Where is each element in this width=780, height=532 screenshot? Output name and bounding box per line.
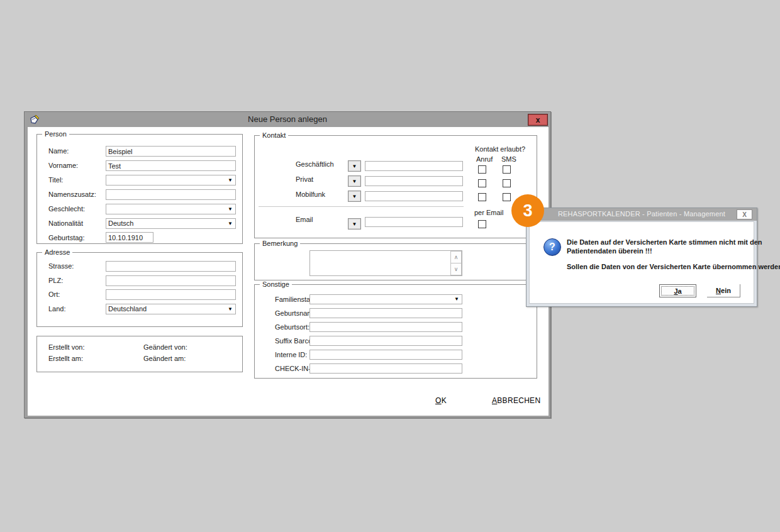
erstellt-von-label: Erstellt von:	[48, 343, 84, 351]
geburtsort-label: Geburtsort:	[275, 323, 309, 331]
scroll-up-icon[interactable]: ∧	[450, 251, 462, 263]
popup-message-line2: Patientendaten überein !!!	[567, 247, 652, 255]
audit-box: Erstellt von: Erstellt am: Geändert von:…	[36, 336, 243, 372]
close-icon[interactable]: x	[528, 114, 548, 126]
per-email-label: per Email	[474, 209, 503, 216]
kontakt-divider	[259, 206, 464, 207]
geaendert-am-label: Geändert am:	[143, 355, 186, 362]
chevron-down-icon: ▼	[454, 296, 459, 302]
titel-label: Titel:	[48, 176, 63, 184]
vorname-input[interactable]	[106, 160, 236, 171]
suffix-barcode-input[interactable]	[309, 336, 462, 346]
mobilfunk-type-dropdown[interactable]: ▼	[348, 191, 361, 202]
namenszusatz-input[interactable]	[106, 189, 236, 200]
nationalitaet-label: Nationalität	[48, 219, 83, 227]
popup-close-icon[interactable]: X	[737, 209, 752, 219]
ort-input[interactable]	[106, 289, 236, 300]
abbrechen-button[interactable]: ABBRECHEN	[492, 396, 540, 405]
interne-id-label: Interne ID:	[275, 351, 307, 358]
land-label: Land:	[48, 305, 66, 313]
sonstige-legend: Sonstige	[260, 280, 292, 288]
popup-message-line3: Sollen die Daten von der Versicherten Ka…	[567, 263, 780, 270]
chevron-down-icon: ▼	[352, 179, 357, 184]
step-3-badge: 3	[511, 194, 544, 227]
sonstige-group: Sonstige Familienstand: ▼ Geburtsname: G…	[254, 284, 537, 379]
anruf-mobilfunk-checkbox[interactable]	[478, 193, 486, 201]
kontakt-legend: Kontakt	[260, 131, 288, 139]
person-legend: Person	[42, 130, 69, 138]
strasse-input[interactable]	[106, 261, 236, 272]
adresse-legend: Adresse	[42, 248, 72, 256]
chevron-down-icon: ▼	[228, 177, 233, 183]
geschlecht-select[interactable]: ▼	[106, 204, 236, 214]
nein-rest: ein	[721, 287, 731, 294]
erstellt-am-label: Erstellt am:	[48, 355, 83, 362]
popup-titlebar[interactable]: REHASPORTKALENDER - Patienten - Manageme…	[526, 208, 757, 221]
geschlecht-label: Geschlecht:	[48, 205, 85, 213]
geaendert-von-label: Geändert von:	[143, 343, 187, 351]
privat-label: Privat	[296, 175, 313, 183]
question-icon: ?	[543, 238, 561, 256]
bemerkung-textarea[interactable]	[309, 250, 462, 276]
plz-input[interactable]	[106, 275, 236, 286]
ort-label: Ort:	[48, 291, 60, 298]
ok-accel: O	[435, 396, 442, 405]
popup-message-line1: Die Daten auf der Versicherten Karte sti…	[567, 238, 762, 246]
geschaeftlich-type-dropdown[interactable]: ▼	[348, 160, 361, 172]
person-group: Person Name: Vorname: Titel: ▼ Namenszus…	[36, 134, 243, 244]
geschaeftlich-input[interactable]	[365, 161, 463, 171]
ok-button[interactable]: OK	[435, 396, 447, 405]
versicherten-karte-dialog: REHASPORTKALENDER - Patienten - Manageme…	[526, 208, 757, 307]
interne-id-input[interactable]	[309, 350, 462, 360]
window-title: Neue Person anlegen	[25, 114, 550, 124]
plz-label: PLZ:	[48, 277, 63, 284]
vorname-label: Vorname:	[48, 162, 78, 169]
titel-select[interactable]: ▼	[106, 175, 236, 186]
adresse-group: Adresse Strasse: PLZ: Ort: Land: Deutsch…	[36, 252, 243, 327]
abbrechen-rest: BBRECHEN	[497, 396, 540, 405]
geschaeftlich-label: Geschäftlich	[296, 160, 334, 168]
popup-title: REHASPORTKALENDER - Patienten - Manageme…	[526, 210, 757, 218]
anruf-privat-checkbox[interactable]	[478, 179, 486, 187]
strasse-label: Strasse:	[48, 262, 74, 270]
bemerkung-legend: Bemerkung	[260, 240, 300, 247]
check-in-id-input[interactable]	[309, 363, 462, 374]
email-input[interactable]	[365, 217, 463, 227]
window-body: Person Name: Vorname: Titel: ▼ Namenszus…	[28, 127, 549, 416]
land-select[interactable]: Deutschland ▼	[106, 304, 236, 314]
kontakt-erlaubt-title: Kontakt erlaubt?	[475, 145, 525, 153]
chevron-down-icon: ▼	[228, 221, 233, 226]
sms-geschaeftlich-checkbox[interactable]	[503, 165, 511, 174]
familienstand-select[interactable]: ▼	[309, 294, 462, 304]
window-titlebar[interactable]: Neue Person anlegen x	[25, 112, 550, 127]
chevron-down-icon: ▼	[352, 194, 357, 199]
mobilfunk-input[interactable]	[365, 191, 463, 201]
geburtsname-input[interactable]	[309, 308, 462, 318]
nationalitaet-value: Deutsch	[108, 219, 133, 227]
land-value: Deutschland	[108, 305, 147, 313]
ja-rest: a	[678, 287, 682, 295]
privat-input[interactable]	[365, 176, 463, 186]
nein-accel: N	[716, 287, 721, 294]
email-type-dropdown[interactable]: ▼	[348, 218, 361, 230]
geburtstag-input[interactable]	[106, 232, 153, 243]
kontakt-group: Kontakt Geschäftlich ▼ Privat ▼ Mobilfun…	[254, 135, 537, 238]
geburtstag-label: Geburtstag:	[48, 234, 84, 241]
nationalitaet-select[interactable]: Deutsch ▼	[106, 218, 236, 229]
chevron-down-icon: ▼	[228, 306, 233, 312]
chevron-down-icon: ▼	[228, 206, 233, 212]
scroll-down-icon[interactable]: ∨	[450, 263, 462, 275]
anruf-geschaeftlich-checkbox[interactable]	[478, 165, 486, 174]
new-person-window: Neue Person anlegen x Person Name: Vorna…	[24, 111, 551, 418]
email-label: Email	[296, 216, 313, 223]
per-email-checkbox[interactable]	[478, 220, 486, 228]
sms-privat-checkbox[interactable]	[503, 179, 511, 187]
sms-mobilfunk-checkbox[interactable]	[503, 193, 511, 201]
geburtsort-input[interactable]	[309, 322, 462, 332]
name-label: Name:	[48, 147, 69, 155]
name-input[interactable]	[106, 146, 236, 157]
chevron-down-icon: ▼	[352, 221, 357, 227]
privat-type-dropdown[interactable]: ▼	[348, 175, 361, 187]
ja-button[interactable]: Ja	[659, 284, 696, 297]
nein-button[interactable]: Nein	[707, 284, 740, 297]
